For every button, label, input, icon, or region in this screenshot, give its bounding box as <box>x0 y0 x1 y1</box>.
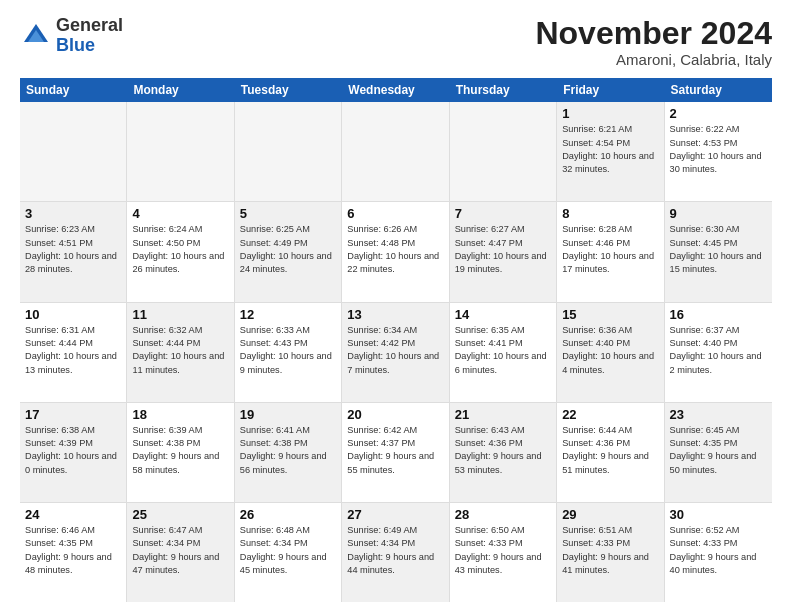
day-number: 20 <box>347 407 443 422</box>
day-cell-11: 11Sunrise: 6:32 AM Sunset: 4:44 PM Dayli… <box>127 303 234 402</box>
day-number: 8 <box>562 206 658 221</box>
day-cell-20: 20Sunrise: 6:42 AM Sunset: 4:37 PM Dayli… <box>342 403 449 502</box>
day-info: Sunrise: 6:33 AM Sunset: 4:43 PM Dayligh… <box>240 324 336 377</box>
day-number: 21 <box>455 407 551 422</box>
day-number: 7 <box>455 206 551 221</box>
day-info: Sunrise: 6:38 AM Sunset: 4:39 PM Dayligh… <box>25 424 121 477</box>
day-info: Sunrise: 6:50 AM Sunset: 4:33 PM Dayligh… <box>455 524 551 577</box>
header-monday: Monday <box>127 78 234 102</box>
day-number: 27 <box>347 507 443 522</box>
day-cell-28: 28Sunrise: 6:50 AM Sunset: 4:33 PM Dayli… <box>450 503 557 602</box>
day-number: 2 <box>670 106 767 121</box>
day-number: 11 <box>132 307 228 322</box>
day-number: 14 <box>455 307 551 322</box>
header-tuesday: Tuesday <box>235 78 342 102</box>
day-info: Sunrise: 6:45 AM Sunset: 4:35 PM Dayligh… <box>670 424 767 477</box>
logo-icon <box>20 20 52 52</box>
day-cell-empty <box>235 102 342 201</box>
day-cell-15: 15Sunrise: 6:36 AM Sunset: 4:40 PM Dayli… <box>557 303 664 402</box>
logo-general-label: General <box>56 16 123 36</box>
day-info: Sunrise: 6:41 AM Sunset: 4:38 PM Dayligh… <box>240 424 336 477</box>
week-row-3: 10Sunrise: 6:31 AM Sunset: 4:44 PM Dayli… <box>20 303 772 403</box>
day-number: 6 <box>347 206 443 221</box>
day-number: 4 <box>132 206 228 221</box>
day-info: Sunrise: 6:37 AM Sunset: 4:40 PM Dayligh… <box>670 324 767 377</box>
day-cell-empty <box>342 102 449 201</box>
day-info: Sunrise: 6:43 AM Sunset: 4:36 PM Dayligh… <box>455 424 551 477</box>
page: General Blue November 2024 Amaroni, Cala… <box>0 0 792 612</box>
day-info: Sunrise: 6:34 AM Sunset: 4:42 PM Dayligh… <box>347 324 443 377</box>
day-cell-2: 2Sunrise: 6:22 AM Sunset: 4:53 PM Daylig… <box>665 102 772 201</box>
day-info: Sunrise: 6:30 AM Sunset: 4:45 PM Dayligh… <box>670 223 767 276</box>
day-cell-14: 14Sunrise: 6:35 AM Sunset: 4:41 PM Dayli… <box>450 303 557 402</box>
week-row-2: 3Sunrise: 6:23 AM Sunset: 4:51 PM Daylig… <box>20 202 772 302</box>
day-info: Sunrise: 6:44 AM Sunset: 4:36 PM Dayligh… <box>562 424 658 477</box>
day-cell-9: 9Sunrise: 6:30 AM Sunset: 4:45 PM Daylig… <box>665 202 772 301</box>
day-info: Sunrise: 6:21 AM Sunset: 4:54 PM Dayligh… <box>562 123 658 176</box>
calendar-body: 1Sunrise: 6:21 AM Sunset: 4:54 PM Daylig… <box>20 102 772 602</box>
day-number: 9 <box>670 206 767 221</box>
day-number: 16 <box>670 307 767 322</box>
location: Amaroni, Calabria, Italy <box>535 51 772 68</box>
day-cell-22: 22Sunrise: 6:44 AM Sunset: 4:36 PM Dayli… <box>557 403 664 502</box>
day-number: 18 <box>132 407 228 422</box>
day-cell-24: 24Sunrise: 6:46 AM Sunset: 4:35 PM Dayli… <box>20 503 127 602</box>
header-sunday: Sunday <box>20 78 127 102</box>
week-row-4: 17Sunrise: 6:38 AM Sunset: 4:39 PM Dayli… <box>20 403 772 503</box>
day-number: 24 <box>25 507 121 522</box>
day-cell-12: 12Sunrise: 6:33 AM Sunset: 4:43 PM Dayli… <box>235 303 342 402</box>
day-info: Sunrise: 6:28 AM Sunset: 4:46 PM Dayligh… <box>562 223 658 276</box>
day-number: 28 <box>455 507 551 522</box>
day-info: Sunrise: 6:23 AM Sunset: 4:51 PM Dayligh… <box>25 223 121 276</box>
header-wednesday: Wednesday <box>342 78 449 102</box>
day-info: Sunrise: 6:42 AM Sunset: 4:37 PM Dayligh… <box>347 424 443 477</box>
logo-text: General Blue <box>56 16 123 56</box>
day-cell-23: 23Sunrise: 6:45 AM Sunset: 4:35 PM Dayli… <box>665 403 772 502</box>
day-cell-16: 16Sunrise: 6:37 AM Sunset: 4:40 PM Dayli… <box>665 303 772 402</box>
day-number: 26 <box>240 507 336 522</box>
day-cell-3: 3Sunrise: 6:23 AM Sunset: 4:51 PM Daylig… <box>20 202 127 301</box>
day-number: 13 <box>347 307 443 322</box>
day-cell-5: 5Sunrise: 6:25 AM Sunset: 4:49 PM Daylig… <box>235 202 342 301</box>
day-cell-17: 17Sunrise: 6:38 AM Sunset: 4:39 PM Dayli… <box>20 403 127 502</box>
day-number: 19 <box>240 407 336 422</box>
day-cell-30: 30Sunrise: 6:52 AM Sunset: 4:33 PM Dayli… <box>665 503 772 602</box>
month-title: November 2024 <box>535 16 772 51</box>
day-info: Sunrise: 6:24 AM Sunset: 4:50 PM Dayligh… <box>132 223 228 276</box>
day-info: Sunrise: 6:46 AM Sunset: 4:35 PM Dayligh… <box>25 524 121 577</box>
day-info: Sunrise: 6:26 AM Sunset: 4:48 PM Dayligh… <box>347 223 443 276</box>
calendar-header: Sunday Monday Tuesday Wednesday Thursday… <box>20 78 772 102</box>
day-info: Sunrise: 6:22 AM Sunset: 4:53 PM Dayligh… <box>670 123 767 176</box>
day-info: Sunrise: 6:25 AM Sunset: 4:49 PM Dayligh… <box>240 223 336 276</box>
day-info: Sunrise: 6:47 AM Sunset: 4:34 PM Dayligh… <box>132 524 228 577</box>
day-number: 12 <box>240 307 336 322</box>
header-thursday: Thursday <box>450 78 557 102</box>
day-number: 3 <box>25 206 121 221</box>
week-row-1: 1Sunrise: 6:21 AM Sunset: 4:54 PM Daylig… <box>20 102 772 202</box>
title-block: November 2024 Amaroni, Calabria, Italy <box>535 16 772 68</box>
day-number: 17 <box>25 407 121 422</box>
day-cell-4: 4Sunrise: 6:24 AM Sunset: 4:50 PM Daylig… <box>127 202 234 301</box>
day-cell-1: 1Sunrise: 6:21 AM Sunset: 4:54 PM Daylig… <box>557 102 664 201</box>
day-info: Sunrise: 6:35 AM Sunset: 4:41 PM Dayligh… <box>455 324 551 377</box>
day-info: Sunrise: 6:39 AM Sunset: 4:38 PM Dayligh… <box>132 424 228 477</box>
day-info: Sunrise: 6:31 AM Sunset: 4:44 PM Dayligh… <box>25 324 121 377</box>
day-number: 15 <box>562 307 658 322</box>
day-info: Sunrise: 6:49 AM Sunset: 4:34 PM Dayligh… <box>347 524 443 577</box>
day-cell-7: 7Sunrise: 6:27 AM Sunset: 4:47 PM Daylig… <box>450 202 557 301</box>
day-cell-27: 27Sunrise: 6:49 AM Sunset: 4:34 PM Dayli… <box>342 503 449 602</box>
day-cell-empty <box>127 102 234 201</box>
day-cell-empty <box>20 102 127 201</box>
day-number: 5 <box>240 206 336 221</box>
day-cell-10: 10Sunrise: 6:31 AM Sunset: 4:44 PM Dayli… <box>20 303 127 402</box>
week-row-5: 24Sunrise: 6:46 AM Sunset: 4:35 PM Dayli… <box>20 503 772 602</box>
day-cell-13: 13Sunrise: 6:34 AM Sunset: 4:42 PM Dayli… <box>342 303 449 402</box>
day-cell-26: 26Sunrise: 6:48 AM Sunset: 4:34 PM Dayli… <box>235 503 342 602</box>
header-friday: Friday <box>557 78 664 102</box>
day-cell-18: 18Sunrise: 6:39 AM Sunset: 4:38 PM Dayli… <box>127 403 234 502</box>
header-saturday: Saturday <box>665 78 772 102</box>
day-number: 25 <box>132 507 228 522</box>
day-number: 10 <box>25 307 121 322</box>
day-number: 22 <box>562 407 658 422</box>
day-number: 23 <box>670 407 767 422</box>
